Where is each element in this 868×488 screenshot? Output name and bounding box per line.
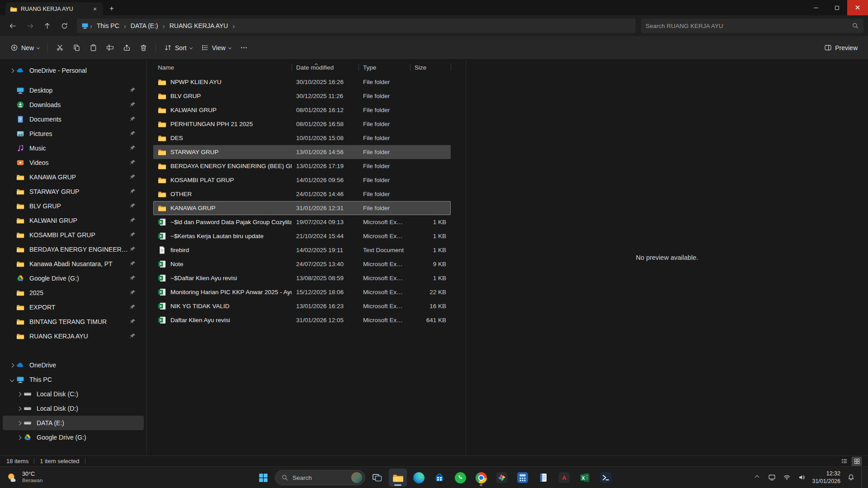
file-row[interactable]: OTHER24/01/2026 14:46File folder xyxy=(153,187,451,201)
tray-hidden-icons-icon[interactable] xyxy=(752,473,761,482)
taskbar-file-explorer-button[interactable] xyxy=(389,469,407,487)
explorer-tab[interactable]: RUANG KERJA AYU × xyxy=(5,2,103,15)
large-icons-view-button[interactable] xyxy=(852,457,862,466)
file-row[interactable]: PERHITUNGAN PPH 21 202508/01/2026 16:58F… xyxy=(153,117,451,131)
more-button[interactable] xyxy=(236,40,252,56)
sidebar-item-downloads[interactable]: Downloads xyxy=(3,98,144,112)
sidebar-item-blv-grup[interactable]: BLV GRUP xyxy=(3,199,144,213)
sidebar-item-onedrive-personal[interactable]: OneDrive - Personal xyxy=(3,63,144,78)
breadcrumb-item-this-pc[interactable]: This PC xyxy=(94,21,123,31)
tray-volume-icon[interactable] xyxy=(797,473,806,482)
notification-bell-icon[interactable] xyxy=(846,473,855,482)
back-button[interactable] xyxy=(5,19,21,33)
file-row[interactable]: firebird14/02/2025 19:11Text Document1 K… xyxy=(153,243,451,257)
sidebar-item-google-drive-g[interactable]: Google Drive (G:) xyxy=(3,271,144,286)
taskbar-store-button[interactable] xyxy=(430,469,448,487)
file-row[interactable]: STARWAY GRUP13/01/2026 14:56File folder xyxy=(153,145,451,159)
sidebar-item-videos[interactable]: Videos xyxy=(3,155,144,170)
tab-close-icon[interactable]: × xyxy=(90,5,99,14)
new-button[interactable]: New xyxy=(6,40,43,56)
details-view-icon xyxy=(841,458,848,465)
taskbar-calculator-button[interactable] xyxy=(514,469,532,487)
column-header-date-modified[interactable]: Date modified xyxy=(292,60,359,75)
details-view-button[interactable] xyxy=(839,457,849,466)
show-desktop-button[interactable] xyxy=(861,467,863,488)
start-button[interactable] xyxy=(254,469,272,487)
sidebar-item-local-disk-d[interactable]: Local Disk (D:) xyxy=(3,401,144,416)
taskbar-acrobat-button[interactable]: A xyxy=(555,469,573,487)
maximize-button[interactable] xyxy=(826,0,847,15)
file-row[interactable]: XNIK YG TIDAK VALID13/01/2026 16:23Micro… xyxy=(153,299,451,313)
address-bar[interactable]: › This PC›DATA (E:)›RUANG KERJA AYU› xyxy=(77,19,636,33)
cut-button[interactable] xyxy=(52,40,68,56)
sidebar-item-onedrive[interactable]: OneDrive xyxy=(3,358,144,372)
file-row[interactable]: BERDAYA ENERGY ENGINERING (BEE) GRUP13/0… xyxy=(153,159,451,173)
up-button[interactable] xyxy=(39,19,55,33)
tray-cast-icon[interactable] xyxy=(767,473,776,482)
sidebar-item-music[interactable]: Music xyxy=(3,141,144,155)
sidebar-item-google-drive-g[interactable]: Google Drive (G:) xyxy=(3,430,144,445)
column-header-size[interactable]: Size xyxy=(410,60,451,75)
sidebar-item-kanawa-grup[interactable]: KANAWA GRUP xyxy=(3,170,144,184)
taskbar-chrome-button[interactable] xyxy=(472,469,490,487)
sort-button[interactable]: Sort xyxy=(160,40,196,56)
sidebar-item-bintang-terang-timur[interactable]: BINTANG TERANG TIMUR xyxy=(3,314,144,329)
sidebar-item-export[interactable]: EXPORT xyxy=(3,300,144,314)
taskbar-whatsapp-button[interactable] xyxy=(451,469,469,487)
sidebar-item-desktop[interactable]: Desktop xyxy=(3,83,144,98)
new-tab-button[interactable]: + xyxy=(106,3,118,14)
close-button[interactable]: ✕ xyxy=(847,0,868,15)
delete-button[interactable] xyxy=(136,40,151,56)
sidebar-item-documents[interactable]: Documents xyxy=(3,112,144,127)
taskbar-search[interactable]: Search xyxy=(275,470,365,485)
taskbar-task-view-button[interactable] xyxy=(368,469,386,487)
file-row[interactable]: NPWP KLIEN AYU30/10/2025 16:26File folde… xyxy=(153,75,451,89)
weather-widget[interactable]: 30°C Berawan xyxy=(0,467,49,488)
file-row[interactable]: DES10/01/2026 15:08File folder xyxy=(153,131,451,145)
file-row[interactable]: KALWANI GRUP08/01/2026 16:12File folder xyxy=(153,103,451,117)
file-type-cell: Microsoft Excel W... xyxy=(359,261,410,267)
pin-icon xyxy=(129,289,136,296)
tray-wifi-icon[interactable] xyxy=(782,473,791,482)
sidebar-item-starway-grup[interactable]: STARWAY GRUP xyxy=(3,184,144,199)
taskbar-photos-button[interactable] xyxy=(493,469,511,487)
breadcrumb-item-data-e[interactable]: DATA (E:) xyxy=(127,21,161,31)
view-button[interactable]: View xyxy=(197,40,235,56)
search-input[interactable]: Search RUANG KERJA AYU xyxy=(641,19,863,33)
preview-toggle[interactable]: Preview xyxy=(820,40,862,56)
share-button[interactable] xyxy=(119,40,135,56)
sidebar-item-berdaya-energy-engineering-bee-grup[interactable]: BERDAYA ENERGY ENGINEERING (BEE) GRUP xyxy=(3,242,144,257)
taskbar-powershell-button[interactable] xyxy=(597,469,615,487)
sidebar-item-kanawa-abadi-nusantara-pt[interactable]: Kanawa Abadi Nusantara, PT xyxy=(3,257,144,271)
taskbar-clock[interactable]: 12:32 31/01/2026 xyxy=(812,470,840,485)
copy-button[interactable] xyxy=(69,40,85,56)
paste-button[interactable] xyxy=(85,40,101,56)
file-row[interactable]: XMonitoring Harian PIC KKP Anwar 2025 - … xyxy=(153,285,451,299)
file-row[interactable]: KOSAMBI PLAT GRUP14/01/2026 09:56File fo… xyxy=(153,173,451,187)
taskbar-excel-button[interactable]: X xyxy=(576,469,594,487)
sidebar-item-data-e[interactable]: DATA (E:) xyxy=(3,416,144,430)
sidebar-item-2025[interactable]: 2025 xyxy=(3,286,144,300)
file-row[interactable]: BLV GRUP30/12/2025 11:26File folder xyxy=(153,89,451,103)
taskbar-edge-button[interactable] xyxy=(410,469,428,487)
minimize-button[interactable] xyxy=(806,0,826,15)
refresh-button[interactable] xyxy=(56,19,72,33)
breadcrumb-item-ruang-kerja-ayu[interactable]: RUANG KERJA AYU xyxy=(166,21,231,31)
file-row[interactable]: XNote24/07/2025 13:40Microsoft Excel W..… xyxy=(153,257,451,271)
taskbar-notepad-button[interactable] xyxy=(534,469,552,487)
column-header-type[interactable]: Type xyxy=(359,60,410,75)
file-row[interactable]: X~$Kertas Kerja Lautan biru update21/10/… xyxy=(153,229,451,243)
forward-button[interactable] xyxy=(22,19,38,33)
sidebar-item-kosambi-plat-grup[interactable]: KOSAMBI PLAT GRUP xyxy=(3,228,144,242)
sidebar-item-pictures[interactable]: Pictures xyxy=(3,127,144,141)
file-row[interactable]: KANAWA GRUP31/01/2026 12:31File folder xyxy=(153,201,451,215)
file-row[interactable]: X~$ld dan Pasword Data Pajak Group Cozyl… xyxy=(153,215,451,229)
column-header-name[interactable]: Name xyxy=(153,60,292,75)
sidebar-item-kalwani-grup[interactable]: KALWANI GRUP xyxy=(3,213,144,228)
file-row[interactable]: X~$Daftar Klien Ayu revisi13/08/2025 08:… xyxy=(153,271,451,285)
sidebar-item-local-disk-c[interactable]: Local Disk (C:) xyxy=(3,387,144,401)
file-row[interactable]: XDaftar Klien Ayu revisi31/01/2026 12:05… xyxy=(153,313,451,327)
sidebar-item-this-pc[interactable]: This PC xyxy=(3,372,144,387)
rename-button[interactable] xyxy=(102,40,118,56)
sidebar-item-ruang-kerja-ayu[interactable]: RUANG KERJA AYU xyxy=(3,329,144,343)
